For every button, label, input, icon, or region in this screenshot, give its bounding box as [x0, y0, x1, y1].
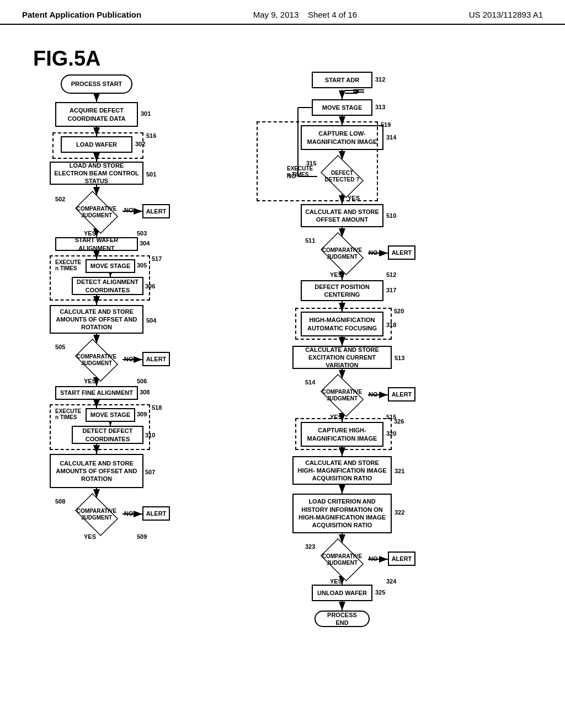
- defect-detected-label: DEFECT DETECTED ?: [317, 170, 367, 183]
- calc-store-offset-rot-1-box: CALCULATE AND STORE AMOUNTS OF OFFSET AN…: [50, 305, 143, 334]
- start-wafer-alignment-label: START WAFER ALIGNMENT: [60, 236, 134, 252]
- no-1: NO: [124, 207, 134, 213]
- yes-3: YES: [84, 533, 96, 540]
- alert-6-box: ALERT: [388, 552, 415, 566]
- label-325: 325: [375, 589, 385, 596]
- dashed-516: [52, 132, 143, 159]
- label-511: 511: [305, 237, 315, 244]
- alert-4-label: ALERT: [392, 249, 412, 256]
- double-arrow: [342, 88, 359, 100]
- yes-1: YES: [84, 230, 96, 237]
- header-left: Patent Application Publication: [22, 10, 141, 19]
- defect-position-centering-label: DEFECT POSITION CENTERING: [305, 283, 379, 299]
- label-517: 517: [152, 255, 162, 262]
- sheet-info: Sheet 4 of 16: [308, 10, 357, 19]
- comp-judgment-2: COMPARATIVE JUDGMENT: [72, 344, 121, 377]
- load-criterion-history-label: LOAD CRITERION AND HISTORY INFORMATION O…: [297, 497, 387, 529]
- fig-label: FIG.5A: [33, 47, 100, 71]
- alert-2-label: ALERT: [146, 355, 167, 363]
- move-stage-3-label: MOVE STAGE: [322, 104, 363, 111]
- header-right: US 2013/112893 A1: [469, 10, 543, 19]
- label-314: 314: [386, 134, 396, 141]
- defect-position-centering-box: DEFECT POSITION CENTERING: [301, 280, 383, 301]
- label-512: 512: [386, 271, 396, 278]
- label-516: 516: [146, 132, 156, 139]
- label-520: 520: [394, 308, 404, 314]
- no-5: NO: [369, 391, 378, 398]
- alert-5-label: ALERT: [392, 390, 412, 398]
- load-criterion-history-box: LOAD CRITERION AND HISTORY INFORMATION O…: [292, 494, 392, 533]
- publication-title: Patent Application Publication: [22, 10, 141, 19]
- label-308: 308: [140, 389, 150, 395]
- label-501: 501: [146, 171, 156, 178]
- dashed-520: [295, 308, 392, 340]
- alert-4-box: ALERT: [388, 245, 415, 260]
- no-4: NO: [369, 249, 378, 256]
- unload-wafer-label: UNLOAD WAFER: [317, 589, 367, 597]
- calc-store-offset-rot-2-label: CALCULATE AND STORE AMOUNTS OF OFFSET AN…: [54, 459, 139, 483]
- dashed-518: [50, 404, 150, 450]
- label-506: 506: [137, 378, 147, 384]
- start-adr-label: START ADR: [325, 76, 359, 84]
- alert-2-box: ALERT: [142, 352, 170, 366]
- label-518: 518: [152, 404, 162, 411]
- comp-judgment-2-label: COMPARATIVE JUDGMENT: [72, 354, 121, 367]
- label-507: 507: [145, 469, 155, 475]
- label-513: 513: [395, 355, 404, 361]
- process-end-label: PROCESS END: [320, 611, 364, 627]
- alert-3-box: ALERT: [142, 506, 170, 521]
- calc-store-excitation-box: CALCULATE AND STORE EXCITATION CURRENT V…: [292, 346, 392, 369]
- svg-marker-43: [356, 89, 359, 94]
- acquire-defect-box: ACQUIRE DEFECT COORDINATE DATA: [55, 102, 138, 127]
- dashed-519: [257, 121, 378, 201]
- alert-1-box: ALERT: [142, 204, 170, 218]
- alert-3-label: ALERT: [146, 510, 167, 517]
- acquire-defect-label: ACQUIRE DEFECT COORDINATE DATA: [60, 106, 134, 122]
- dashed-326: [295, 418, 392, 450]
- load-store-electron-box: LOAD AND STORE ELECTRON BEAM CONTROL STA…: [50, 162, 143, 185]
- comp-judgment-4: COMPARATIVE JUDGMENT: [317, 237, 367, 270]
- comp-judgment-3-label: COMPARATIVE JUDGMENT: [72, 508, 121, 521]
- alert-5-box: ALERT: [388, 387, 415, 402]
- label-326: 326: [394, 418, 404, 425]
- process-start-label: PROCESS START: [71, 80, 122, 88]
- label-322: 322: [395, 509, 404, 516]
- no-2: NO: [124, 356, 134, 362]
- patent-number: US 2013/112893 A1: [469, 10, 543, 19]
- label-323: 323: [305, 543, 315, 550]
- move-stage-3-box: MOVE STAGE: [312, 99, 372, 116]
- label-321: 321: [395, 468, 404, 474]
- comp-judgment-5: COMPARATIVE JUDGMENT: [317, 379, 367, 412]
- label-505: 505: [55, 344, 65, 350]
- comp-judgment-1-label: COMPARATIVE JUDGMENT: [72, 206, 121, 219]
- yes-2: YES: [84, 378, 96, 384]
- header-center: May 9, 2013 Sheet 4 of 16: [253, 10, 357, 19]
- alert-6-label: ALERT: [392, 555, 412, 563]
- comp-judgment-5-label: COMPARATIVE JUDGMENT: [317, 389, 367, 402]
- no-6: NO: [369, 555, 378, 562]
- label-504: 504: [146, 317, 156, 324]
- load-store-electron-label: LOAD AND STORE ELECTRON BEAM CONTROL STA…: [54, 162, 139, 185]
- label-503: 503: [137, 230, 147, 237]
- calc-store-excitation-label: CALCULATE AND STORE EXCITATION CURRENT V…: [297, 346, 387, 370]
- unload-wafer-box: UNLOAD WAFER: [312, 585, 372, 601]
- comp-judgment-4-label: COMPARATIVE JUDGMENT: [317, 247, 367, 260]
- comp-judgment-1: COMPARATIVE JUDGMENT: [72, 196, 121, 229]
- label-514: 514: [305, 379, 315, 386]
- label-312: 312: [375, 76, 385, 83]
- label-304: 304: [140, 240, 150, 247]
- dashed-517: [50, 255, 150, 301]
- no-3: NO: [124, 510, 134, 517]
- label-301: 301: [141, 110, 151, 117]
- yes-4: YES: [330, 271, 342, 278]
- label-508: 508: [55, 498, 65, 505]
- process-end-box: PROCESS END: [315, 611, 370, 627]
- comp-judgment-3: COMPARATIVE JUDGMENT: [72, 498, 121, 531]
- start-adr-box: START ADR: [312, 72, 372, 88]
- start-fine-alignment-label: START FINE ALIGNMENT: [60, 389, 133, 397]
- comp-judgment-6-label: COMPARATIVE JUDGMENT: [317, 553, 367, 566]
- pub-date: May 9, 2013: [253, 10, 299, 19]
- calc-store-high-mag-ratio-box: CALCULATE AND STORE HIGH- MAGNIFICATION …: [292, 456, 392, 485]
- calc-store-high-mag-ratio-label: CALCULATE AND STORE HIGH- MAGNIFICATION …: [297, 459, 387, 483]
- calc-store-offset-rot-2-box: CALCULATE AND STORE AMOUNTS OF OFFSET AN…: [50, 454, 143, 488]
